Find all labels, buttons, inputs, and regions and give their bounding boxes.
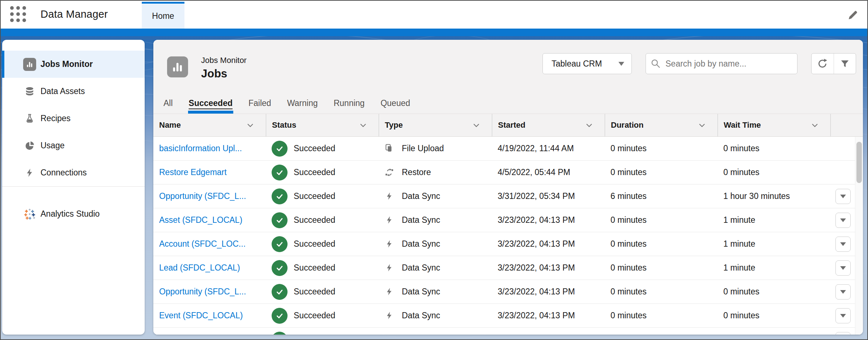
chevron-down-icon[interactable] (473, 123, 480, 127)
success-check-icon (272, 260, 288, 276)
started-value: 4/5/2022, 05:44 PM (498, 167, 570, 177)
tab-label: Warning (287, 98, 318, 108)
type-cell: Data Sync (379, 280, 492, 303)
tab-all[interactable]: All (163, 93, 173, 114)
status-tabs: All Succeeded Failed Warning Running Que… (153, 93, 863, 114)
row-actions-dropdown-button[interactable] (835, 237, 851, 252)
app-title: Data Manager (41, 0, 108, 29)
tab-label: Succeeded (189, 98, 233, 108)
status-label: Succeeded (294, 191, 335, 201)
scrollbar-track[interactable] (855, 137, 863, 335)
duration-value: 0 minutes (610, 144, 647, 153)
job-name-link[interactable]: Opportunity (SFDC_L... (159, 287, 246, 297)
tab-label: Queued (380, 98, 410, 108)
chevron-down-icon[interactable] (247, 123, 254, 127)
tab-home[interactable]: Home (142, 2, 184, 29)
row-actions-dropdown-button[interactable] (835, 284, 851, 299)
column-header-type[interactable]: Type (379, 114, 492, 136)
jobs-monitor-panel: Jobs Monitor Jobs Tableau CRM All (153, 40, 863, 335)
row-actions-dropdown-button[interactable] (835, 308, 851, 323)
column-header-status[interactable]: Status (266, 114, 379, 136)
sidebar-item-label: Usage (41, 141, 64, 150)
row-actions-dropdown-button[interactable] (835, 260, 851, 276)
sidebar-item-label: Connections (41, 168, 87, 178)
tab-label: All (163, 98, 173, 108)
job-name-link[interactable]: basicInformation Upl... (159, 144, 242, 153)
data-sync-icon (384, 311, 394, 320)
status-cell: Succeeded (266, 304, 379, 327)
table-body: basicInformation Upl... Succeeded (153, 137, 863, 335)
status-cell: Succeeded (266, 256, 379, 280)
wait-time-value: 0 minutes (723, 287, 760, 297)
success-check-icon (272, 141, 288, 157)
duration-value: 0 minutes (610, 167, 647, 177)
sidebar-item-label: Analytics Studio (41, 209, 100, 219)
sidebar-item-connections[interactable]: Connections (2, 159, 145, 186)
global-header: Data Manager Home (0, 0, 868, 29)
job-name-link[interactable]: Restore Edgemart (159, 167, 227, 177)
row-actions-dropdown-button[interactable] (835, 213, 851, 228)
tab-label: Failed (248, 98, 271, 108)
tab-succeeded[interactable]: Succeeded (189, 93, 233, 114)
chevron-down-icon[interactable] (586, 123, 592, 127)
job-name-link[interactable]: Asset (SFDC_LOCAL) (159, 215, 242, 225)
search-input[interactable] (646, 53, 797, 74)
duration-value: 0 minutes (610, 287, 647, 297)
tab-queued[interactable]: Queued (380, 93, 410, 114)
row-actions-dropdown-button[interactable] (835, 332, 851, 335)
job-name-link[interactable]: Account (SFDC_LOC... (159, 239, 246, 249)
started-value: 3/23/2022, 04:13 PM (498, 263, 575, 273)
app-selector-dropdown[interactable]: Tableau CRM (542, 53, 632, 74)
status-cell: Succeeded (266, 184, 379, 208)
module-label: Jobs Monitor (201, 56, 247, 65)
sidebar-item-analytics-studio[interactable]: Analytics Studio (2, 200, 145, 228)
table-header: Name Status Type Started Duration Wait T… (153, 114, 863, 137)
column-header-wait-time[interactable]: Wait Time (718, 114, 830, 136)
filter-button[interactable] (834, 54, 856, 74)
success-check-icon (272, 165, 288, 180)
sidebar-item-jobs-monitor[interactable]: Jobs Monitor (2, 51, 145, 78)
chevron-down-icon[interactable] (360, 123, 366, 127)
column-header-duration[interactable]: Duration (605, 114, 718, 136)
wait-time-value: 1 minute (723, 239, 755, 249)
column-header-started[interactable]: Started (492, 114, 605, 136)
job-name-link[interactable]: Opportunity (SFDC_L... (159, 191, 246, 201)
pie-chart-icon (23, 139, 36, 152)
edit-pencil-icon[interactable] (846, 8, 860, 22)
table-row: Restore Edgemart Succeeded (153, 161, 863, 184)
sidebar-item-usage[interactable]: Usage (2, 132, 145, 159)
lightning-icon (23, 166, 36, 179)
tab-running[interactable]: Running (333, 93, 365, 114)
sidebar-item-recipes[interactable]: Recipes (2, 105, 145, 132)
duration-value: 0 minutes (610, 239, 647, 249)
chevron-down-icon[interactable] (699, 123, 705, 127)
page-title: Jobs (201, 67, 227, 80)
table-row: Opportunity (SFDC_L... Succeeded (153, 280, 863, 304)
job-name-link[interactable]: Event (SFDC_LOCAL) (159, 311, 243, 320)
brand-blue-band (0, 29, 868, 36)
app-launcher-icon[interactable] (10, 6, 27, 23)
job-name-link[interactable]: Lead (SFDC_LOCAL) (159, 263, 240, 273)
tab-failed[interactable]: Failed (248, 93, 271, 114)
success-check-icon (272, 284, 288, 300)
tableau-logo-icon (23, 208, 36, 221)
row-actions-dropdown-button[interactable] (835, 189, 851, 204)
status-label: Succeeded (294, 239, 335, 249)
file-upload-icon (384, 144, 394, 153)
success-check-icon (272, 332, 288, 335)
chevron-down-icon[interactable] (812, 123, 818, 127)
success-check-icon (272, 308, 288, 324)
type-cell (379, 328, 492, 335)
type-cell: Data Sync (379, 304, 492, 327)
status-cell: Succeeded (266, 232, 379, 256)
sidebar-item-data-assets[interactable]: Data Assets (2, 78, 145, 105)
jobs-monitor-chart-icon (23, 58, 36, 71)
table-row: Opportunity (SFDC_L... Succeeded (153, 184, 863, 208)
type-cell: Data Sync (379, 184, 492, 208)
scrollbar-thumb[interactable] (856, 142, 862, 183)
table-row: Event (SFDC_LOCAL) Succeeded (153, 304, 863, 328)
wait-time-value: 0 minutes (723, 167, 760, 177)
column-header-name[interactable]: Name (153, 114, 266, 136)
refresh-button[interactable] (812, 54, 834, 74)
tab-warning[interactable]: Warning (287, 93, 318, 114)
